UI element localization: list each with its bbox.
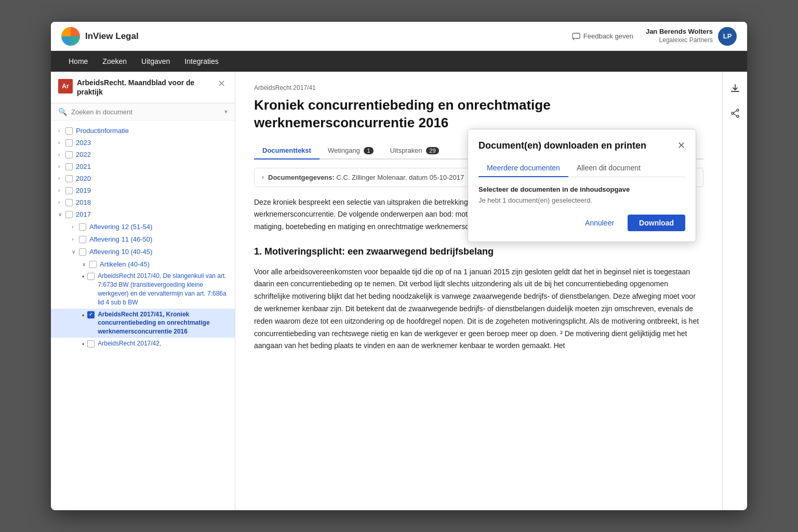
nav-zoeken[interactable]: Zoeken <box>95 51 134 72</box>
bullet-icon: • <box>82 340 84 349</box>
svg-line-7 <box>734 114 737 116</box>
chevron-right-icon: › <box>58 188 65 193</box>
tree-item-2018[interactable]: › 2018 <box>51 196 235 208</box>
modal-close-button[interactable]: ✕ <box>677 140 685 151</box>
chevron-right-icon: › <box>72 224 79 230</box>
chevron-right-icon: › <box>72 236 79 242</box>
sidebar-search-bar[interactable]: 🔍 ▾ <box>51 103 235 121</box>
feedback-label: Feedback geven <box>583 32 633 40</box>
svg-point-3 <box>737 109 739 111</box>
download-button[interactable]: Download <box>628 215 685 231</box>
list-item-art41[interactable]: • ArbeidsRecht 2017/41, Kroniek concurre… <box>51 309 235 338</box>
chevron-down-icon: ∨ <box>72 249 79 255</box>
tree-checkbox-afl10[interactable] <box>79 248 86 256</box>
tree-label-2018: 2018 <box>76 198 228 206</box>
tree-item-afl10[interactable]: ∨ Aflevering 10 (40-45) <box>51 245 235 258</box>
tree-checkbox-productinformatie[interactable] <box>65 127 73 135</box>
tree-checkbox-2022[interactable] <box>65 151 73 158</box>
right-toolbar <box>722 72 747 510</box>
chevron-right-icon: › <box>58 152 65 157</box>
tree-checkbox-art41[interactable] <box>87 311 95 318</box>
tree-checkbox-2023[interactable] <box>65 139 73 147</box>
tree-label-productinformatie: Productinformatie <box>76 127 228 135</box>
download-toolbar-button[interactable] <box>727 80 743 97</box>
tree-checkbox-afl12[interactable] <box>79 223 86 231</box>
feedback-button[interactable]: Feedback geven <box>572 32 633 41</box>
share-icon <box>730 108 740 118</box>
top-bar: InView Legal Feedback geven Jan Berends … <box>51 22 747 51</box>
tree-label-2021: 2021 <box>76 163 228 170</box>
cancel-button[interactable]: Annuleer <box>577 215 622 231</box>
download-icon <box>730 83 740 94</box>
app-title: InView Legal <box>85 31 572 42</box>
nav-home[interactable]: Home <box>61 51 95 72</box>
tree-checkbox-2019[interactable] <box>65 187 73 194</box>
tree-label-afl11: Aflevering 11 (46-50) <box>89 235 228 243</box>
tree-label-2022: 2022 <box>76 151 228 158</box>
user-info: Jan Berends Wolters Legalexec Partners L… <box>646 27 737 46</box>
search-input[interactable] <box>71 108 224 116</box>
chevron-right-icon: › <box>58 164 65 169</box>
list-item-art42[interactable]: • ArbeidsRecht 2017/42, <box>51 338 235 351</box>
app-logo <box>61 27 80 46</box>
chevron-right-icon: › <box>58 128 65 134</box>
tree-checkbox-2020[interactable] <box>65 175 73 182</box>
search-icon: 🔍 <box>58 108 67 116</box>
tree-checkbox-2021[interactable] <box>65 163 73 170</box>
nav-integraties[interactable]: Integraties <box>177 51 225 72</box>
chevron-down-icon: ∨ <box>82 261 89 267</box>
modal-section-title: Selecteer de documenten in de inhoudsopg… <box>478 185 685 193</box>
tree-item-afl11[interactable]: › Aflevering 11 (46-50) <box>51 233 235 245</box>
chevron-right-icon: › <box>58 140 65 145</box>
tree-item-2022[interactable]: › 2022 <box>51 149 235 161</box>
user-name-block: Jan Berends Wolters Legalexec Partners <box>646 28 713 44</box>
bullet-icon: • <box>82 273 84 282</box>
modal-footer: Annuleer Download <box>478 215 685 231</box>
tree-label-afl10: Aflevering 10 (40-45) <box>89 248 228 256</box>
list-item-label-art40: ArbeidsRecht 2017/40, De slangenkuil van… <box>98 272 228 307</box>
chevron-right-icon: › <box>58 176 65 181</box>
tree-item-2021[interactable]: › 2021 <box>51 161 235 172</box>
modal-header: Document(en) downloaden en printen ✕ <box>478 140 685 151</box>
list-item-art40[interactable]: • ArbeidsRecht 2017/40, De slangenkuil v… <box>51 270 235 308</box>
tree-item-2017[interactable]: ∨ 2017 <box>51 208 235 220</box>
tree-label-2020: 2020 <box>76 175 228 182</box>
tree-item-productinformatie[interactable]: › Productinformatie <box>51 125 235 137</box>
tree-label-artikelen: Artikelen (40-45) <box>100 260 228 268</box>
tree-checkbox-art40[interactable] <box>87 273 95 280</box>
modal-title: Document(en) downloaden en printen <box>478 140 646 151</box>
svg-line-6 <box>734 111 737 113</box>
sidebar-tree: › Productinformatie › 2023 › 2022 › <box>51 121 235 510</box>
modal-tabs: Meerdere documenten Alleen dit document <box>478 159 685 177</box>
tree-item-2020[interactable]: › 2020 <box>51 172 235 184</box>
tree-label-2017: 2017 <box>76 210 228 218</box>
modal-tab-single[interactable]: Alleen dit document <box>568 159 649 177</box>
bullet-icon: • <box>82 311 84 320</box>
avatar[interactable]: LP <box>718 27 737 46</box>
chevron-down-icon: ▾ <box>224 108 228 115</box>
sidebar: Ar ArbeidsRecht. Maandblad voor de prakt… <box>51 72 235 510</box>
share-toolbar-button[interactable] <box>727 105 743 122</box>
svg-point-4 <box>737 115 739 117</box>
tree-checkbox-2017[interactable] <box>65 211 73 218</box>
chevron-right-icon: › <box>58 200 65 205</box>
feedback-icon <box>572 32 580 41</box>
tree-item-2023[interactable]: › 2023 <box>51 137 235 149</box>
tree-checkbox-artikelen[interactable] <box>89 261 97 268</box>
tree-checkbox-art42[interactable] <box>87 340 95 348</box>
list-item-label-art42: ArbeidsRecht 2017/42, <box>98 339 161 348</box>
sidebar-title: ArbeidsRecht. Maandblad voor de praktijk <box>77 78 216 97</box>
svg-rect-0 <box>573 33 580 38</box>
sidebar-header: Ar ArbeidsRecht. Maandblad voor de prakt… <box>51 72 235 103</box>
tree-item-2019[interactable]: › 2019 <box>51 184 235 196</box>
sidebar-close-button[interactable]: ✕ <box>216 78 228 89</box>
tree-item-artikelen[interactable]: ∨ Artikelen (40-45) <box>51 258 235 270</box>
tree-checkbox-2018[interactable] <box>65 199 73 206</box>
modal-tab-multiple[interactable]: Meerdere documenten <box>478 159 568 177</box>
tree-label-2019: 2019 <box>76 187 228 194</box>
tree-checkbox-afl11[interactable] <box>79 236 86 243</box>
list-item-label-art41: ArbeidsRecht 2017/41, Kroniek concurrent… <box>98 310 228 336</box>
tree-item-afl12[interactable]: › Aflevering 12 (51-54) <box>51 220 235 233</box>
modal-section-text: Je hebt 1 document(en) geselecteerd. <box>478 196 685 204</box>
nav-uitgaven[interactable]: Uitgaven <box>134 51 177 72</box>
